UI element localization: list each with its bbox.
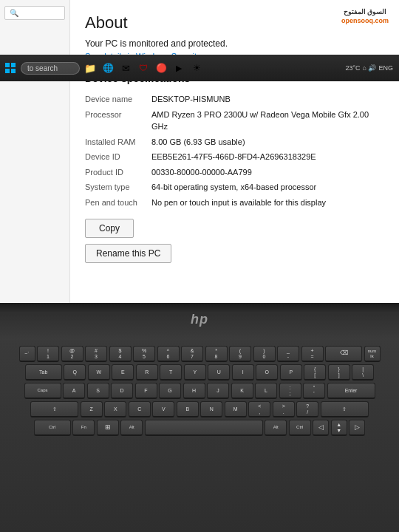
- key-0[interactable]: )0: [253, 346, 276, 362]
- key-semicolon[interactable]: :;: [279, 383, 301, 399]
- sidebar-search[interactable]: 🔍: [4, 6, 65, 20]
- taskbar-search[interactable]: to search: [21, 62, 80, 75]
- key-m[interactable]: M: [225, 401, 247, 417]
- start-button[interactable]: [3, 61, 18, 75]
- key-u[interactable]: U: [208, 364, 230, 381]
- key-c[interactable]: C: [129, 401, 151, 417]
- key-rctrl[interactable]: Ctrl: [289, 420, 311, 436]
- key-j[interactable]: J: [207, 383, 229, 399]
- spec-row: Pen and touchNo pen or touch input is av…: [85, 195, 384, 211]
- key-ctrl[interactable]: Ctrl: [34, 420, 71, 436]
- key-y[interactable]: Y: [184, 364, 206, 381]
- taskbar-icon-chrome[interactable]: 🔴: [154, 61, 168, 75]
- key-capslock[interactable]: Caps: [24, 383, 61, 399]
- key-up[interactable]: ▲▼: [331, 420, 347, 436]
- watermark-arabic: السوق المفتوح: [341, 8, 389, 17]
- keyboard-row-bottom: Ctrl Fn ⊞ Alt Alt Ctrl ◁ ▲▼ ▷: [15, 420, 384, 436]
- specs-table: Device nameDESKTOP-HISMUNBProcessorAMD R…: [85, 92, 384, 210]
- rename-button[interactable]: Rename this PC: [85, 244, 171, 263]
- key-minus[interactable]: _-: [277, 346, 299, 362]
- key-9[interactable]: (9: [229, 346, 251, 362]
- key-equals[interactable]: +=: [301, 346, 324, 362]
- key-tilde[interactable]: ~`: [19, 346, 35, 362]
- key-slash[interactable]: ?/: [296, 401, 318, 417]
- key-rbracket[interactable]: }]: [328, 364, 350, 381]
- taskbar-icon-antivirus[interactable]: 🛡: [136, 61, 151, 75]
- key-backspace[interactable]: ⌫: [325, 346, 362, 362]
- key-l[interactable]: L: [255, 383, 277, 399]
- key-t[interactable]: T: [160, 364, 182, 381]
- key-8[interactable]: *8: [205, 346, 228, 362]
- key-v[interactable]: V: [152, 401, 174, 417]
- key-enter[interactable]: Enter: [327, 383, 375, 399]
- spec-row: System type64-bit operating system, x64-…: [85, 180, 384, 195]
- svg-rect-1: [11, 63, 16, 67]
- key-ralt[interactable]: Alt: [265, 420, 287, 436]
- key-s[interactable]: S: [87, 383, 109, 399]
- key-b[interactable]: B: [177, 401, 199, 417]
- key-period[interactable]: >.: [273, 401, 295, 417]
- left-sidebar: 🔍: [0, 0, 70, 310]
- taskbar-right: 23°C ⌂ 🔊 ENG: [345, 64, 396, 72]
- taskbar-icon-fileexplorer[interactable]: 📁: [83, 61, 98, 75]
- search-icon: 🔍: [10, 9, 18, 17]
- key-lbracket[interactable]: {[: [304, 364, 326, 381]
- language-indicator: ENG: [378, 64, 393, 72]
- key-space[interactable]: [145, 420, 263, 436]
- key-i[interactable]: I: [232, 364, 254, 381]
- spec-row: Device nameDESKTOP-HISMUNB: [85, 92, 384, 107]
- key-backslash[interactable]: |\: [352, 364, 374, 381]
- key-a[interactable]: A: [63, 383, 85, 399]
- taskbar-icons: 📁 🌐 ✉ 🛡 🔴 ▶ ☀: [83, 61, 345, 75]
- key-left[interactable]: ◁: [313, 420, 329, 436]
- key-5[interactable]: %5: [133, 346, 155, 362]
- key-o[interactable]: O: [256, 364, 278, 381]
- key-x[interactable]: X: [104, 401, 126, 417]
- key-lshift[interactable]: ⇧: [30, 401, 78, 417]
- key-fn[interactable]: Fn: [72, 420, 95, 436]
- key-g[interactable]: G: [159, 383, 181, 399]
- spec-row: Product ID00330-80000-00000-AA799: [85, 165, 384, 180]
- taskbar-icon-edge[interactable]: 🌐: [100, 61, 115, 75]
- key-3[interactable]: #3: [85, 346, 107, 362]
- key-z[interactable]: Z: [81, 401, 103, 417]
- taskbar-icon-weather[interactable]: ☀: [189, 61, 204, 75]
- key-q[interactable]: Q: [64, 364, 86, 381]
- spec-row: Device IDEEB5E261-47F5-466D-8FD4-A269631…: [85, 149, 384, 165]
- key-h[interactable]: H: [183, 383, 205, 399]
- keyboard-row-numbers: ~` !1 @2 #3 $4 %5 ^6 &7 *8 (9 )0 _- += ⌫…: [15, 346, 384, 362]
- spec-label: Product ID: [85, 165, 151, 180]
- key-n[interactable]: N: [200, 401, 222, 417]
- svg-rect-3: [11, 69, 16, 73]
- key-e[interactable]: E: [112, 364, 134, 381]
- key-numlock[interactable]: numlk: [364, 346, 381, 362]
- key-w[interactable]: W: [88, 364, 110, 381]
- taskbar-icon-youtube[interactable]: ▶: [171, 61, 186, 75]
- laptop-screen: السوق المفتوح opensooq.com 🔍 About Your …: [0, 0, 399, 310]
- key-alt[interactable]: Alt: [120, 420, 143, 436]
- taskbar-icon-mail[interactable]: ✉: [118, 61, 133, 75]
- spec-label: Installed RAM: [85, 134, 151, 150]
- key-f[interactable]: F: [135, 383, 157, 399]
- key-win[interactable]: ⊞: [97, 420, 119, 436]
- key-2[interactable]: @2: [61, 346, 83, 362]
- key-right[interactable]: ▷: [349, 420, 365, 436]
- key-r[interactable]: R: [136, 364, 158, 381]
- key-tab[interactable]: Tab: [25, 364, 62, 381]
- key-comma[interactable]: <,: [248, 401, 270, 417]
- watermark-latin: opensooq.com: [341, 17, 389, 26]
- key-rshift[interactable]: ⇧: [321, 401, 369, 417]
- copy-button[interactable]: Copy: [85, 219, 134, 238]
- spec-value: AMD Ryzen 3 PRO 2300U w/ Radeon Vega Mob…: [151, 107, 384, 134]
- key-k[interactable]: K: [231, 383, 253, 399]
- key-7[interactable]: &7: [181, 346, 203, 362]
- spec-label: System type: [85, 180, 151, 195]
- key-d[interactable]: D: [111, 383, 133, 399]
- spec-value: DESKTOP-HISMUNB: [151, 92, 384, 107]
- key-4[interactable]: $4: [109, 346, 132, 362]
- key-1[interactable]: !1: [37, 346, 59, 362]
- taskbar-search-text: to search: [27, 64, 58, 72]
- key-p[interactable]: P: [280, 364, 302, 381]
- key-quote[interactable]: "': [303, 383, 325, 399]
- key-6[interactable]: ^6: [157, 346, 180, 362]
